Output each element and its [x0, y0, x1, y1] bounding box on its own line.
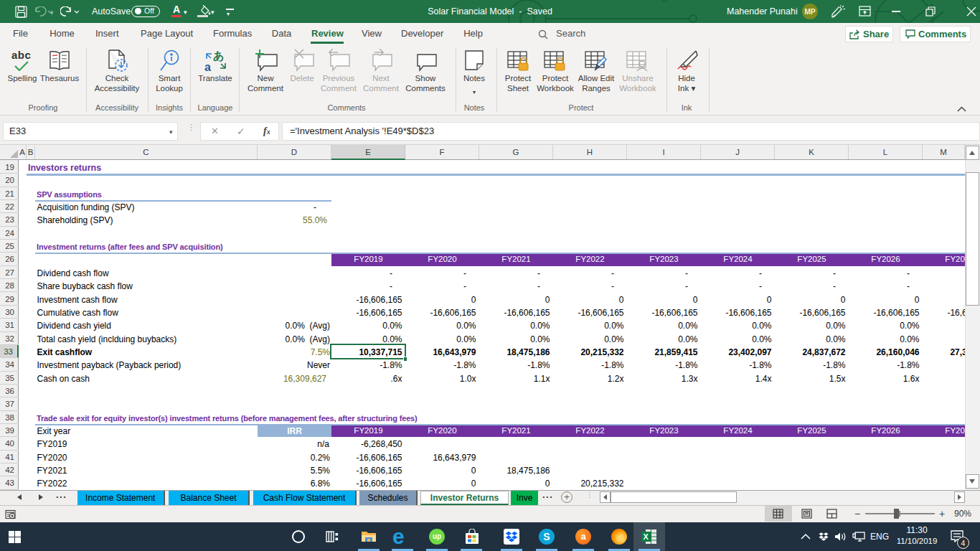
- svg-text:X: X: [644, 532, 649, 541]
- svg-text:あ: あ: [213, 50, 224, 62]
- svg-text:a: a: [204, 61, 211, 72]
